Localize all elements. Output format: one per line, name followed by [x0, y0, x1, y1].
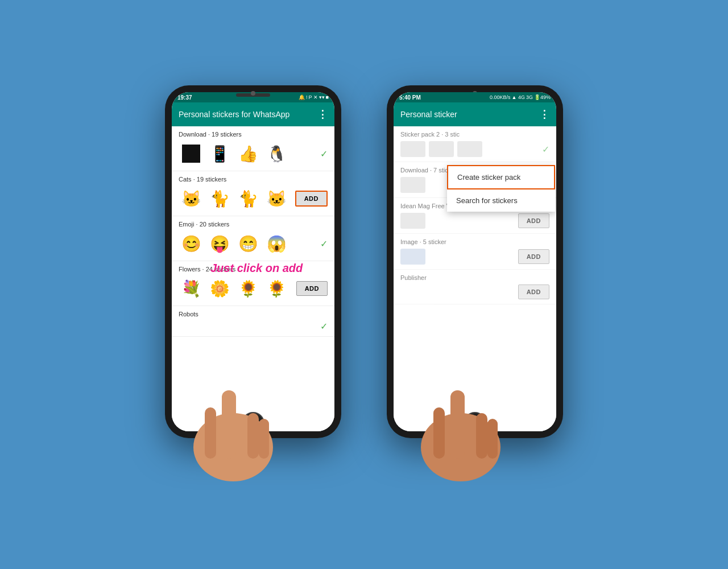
app-icon: P — [309, 94, 312, 100]
sticker-emoji4: 😱 — [264, 231, 289, 256]
blurred-sticker-image — [400, 249, 425, 265]
sticker-cat3: 🐈 — [235, 186, 260, 211]
svg-rect-2 — [205, 407, 216, 459]
right-hand — [410, 345, 512, 484]
sticker-row-robots: ✓ — [179, 321, 328, 332]
check-icon-download: ✓ — [320, 149, 328, 159]
sticker-emoji1: 😊 — [179, 231, 204, 256]
right-status-icons: 0.00KB/s ▲ 4G 3G 🔋49% — [490, 94, 551, 100]
svg-rect-3 — [247, 413, 259, 459]
dropdown-menu: Create sticker pack Search for stickers — [447, 165, 555, 212]
svg-rect-9 — [487, 419, 498, 459]
check-icon-robots: ✓ — [320, 321, 328, 332]
mute-icon: ✕ — [313, 94, 318, 100]
pack-row-cats: Cats · 19 stickers 🐱 🐈 🐈 🐱 ADD — [172, 171, 334, 216]
sticker-flower4: 🌻 — [264, 276, 289, 301]
right-time: 5:40 PM — [399, 94, 421, 101]
right-menu-icon[interactable]: ⋮ — [539, 108, 549, 121]
search-stickers-item[interactable]: Search for stickers — [447, 189, 555, 212]
battery-icon: ■ — [326, 94, 329, 100]
check-icon-sp2: ✓ — [542, 144, 549, 155]
sticker-whatsapp: 📱 — [207, 141, 232, 166]
pack-title-flowers: Flowers · 24 stickers — [179, 266, 328, 273]
sticker-emoji3: 😁 — [235, 231, 260, 256]
add-button-idean[interactable]: ADD — [518, 213, 549, 228]
sticker-row-cats: 🐱 🐈 🐈 🐱 ADD — [179, 186, 328, 211]
right-phone-wrapper: 5:40 PM 0.00KB/s ▲ 4G 3G 🔋49% Personal s… — [387, 85, 563, 438]
pack-row-download: Download · 19 stickers 📱 👍 🐧 ✓ — [172, 126, 334, 171]
blurred-sticker-dl — [400, 177, 425, 193]
pack-title-publisher: Publisher — [400, 274, 549, 281]
left-hand — [182, 345, 284, 484]
signal-4g-icon: ▲ 4G — [512, 94, 525, 100]
sticker-flower2: 🌼 — [207, 276, 232, 301]
right-app-title: Personal sticker — [400, 110, 457, 119]
pack-title-cats: Cats · 19 stickers — [179, 176, 328, 183]
left-menu-icon[interactable]: ⋮ — [317, 108, 328, 121]
blurred-sticker-1 — [400, 141, 425, 157]
right-app-bar: Personal sticker ⋮ — [394, 102, 556, 126]
blurred-sticker-3 — [457, 141, 482, 157]
svg-rect-7 — [433, 407, 445, 459]
sticker-emoji2: 😝 — [207, 231, 232, 256]
add-button-flowers[interactable]: ADD — [296, 281, 328, 296]
create-sticker-pack-item[interactable]: Create sticker pack — [447, 165, 555, 189]
sticker-black-square — [179, 141, 204, 166]
pack-title-robots: Robots — [179, 311, 328, 318]
right-status-bar: 5:40 PM 0.00KB/s ▲ 4G 3G 🔋49% — [394, 92, 556, 102]
sticker-row-download: 📱 👍 🐧 ✓ — [179, 141, 328, 166]
pack-row-emoji: Emoji · 20 stickers 😊 😝 😁 😱 ✓ — [172, 216, 334, 261]
sticker-row-image: ADD — [400, 249, 549, 265]
pack-title-emoji: Emoji · 20 stickers — [179, 221, 328, 228]
left-status-icons: 🔔 ! P ✕ ▾▾ ■ — [299, 94, 329, 100]
sticker-cat4: 🐱 — [264, 186, 289, 211]
add-button-cats[interactable]: ADD — [295, 191, 328, 207]
phone-pair: Just click on add 19:37 🔔 ! P ✕ ▾▾ — [165, 85, 563, 484]
exclaim-icon: ! — [306, 94, 308, 100]
sticker-row-idean: ADD — [400, 213, 549, 229]
pack-row-robots: Robots ✓ — [172, 306, 334, 337]
check-icon-emoji: ✓ — [320, 238, 328, 249]
pack-row-image: Image · 5 sticker ADD — [394, 234, 556, 270]
left-app-bar: Personal stickers for WhatsApp ⋮ — [172, 102, 334, 126]
signal-icon: ▾▾ — [319, 94, 325, 100]
sticker-flower3: 🌻 — [235, 276, 260, 301]
left-time: 19:37 — [177, 94, 192, 101]
pack-row-flowers: Flowers · 24 stickers 💐 🌼 🌻 🌻 ADD — [172, 261, 334, 306]
sticker-penguin: 🐧 — [264, 141, 289, 166]
blurred-sticker-2 — [429, 141, 454, 157]
svg-rect-1 — [222, 390, 236, 459]
battery-right-icon: 🔋49% — [534, 94, 551, 100]
sticker-flower1: 💐 — [179, 276, 204, 301]
pack-row-sp2: Sticker pack 2 · 3 stic ✓ — [394, 126, 556, 162]
add-button-image[interactable]: ADD — [518, 249, 549, 264]
sticker-cat2: 🐈 — [207, 186, 232, 211]
sticker-row-emoji: 😊 😝 😁 😱 ✓ — [179, 231, 328, 256]
svg-rect-6 — [450, 390, 465, 459]
notification-icon: 🔔 — [299, 94, 305, 100]
blurred-sticker-idean — [400, 213, 425, 229]
pack-row-publisher: Publisher ADD — [394, 270, 556, 304]
svg-rect-4 — [259, 419, 269, 459]
sticker-cat1: 🐱 — [179, 186, 204, 211]
sticker-row-flowers: 💐 🌼 🌻 🌻 ADD — [179, 276, 328, 301]
add-button-publisher[interactable]: ADD — [518, 284, 549, 299]
pack-title-download: Download · 19 stickers — [179, 131, 328, 138]
left-phone-wrapper: Just click on add 19:37 🔔 ! P ✕ ▾▾ — [165, 85, 341, 438]
data-speed-icon: 0.00KB/s — [490, 94, 511, 100]
sticker-row-publisher: ADD — [400, 284, 549, 299]
scene: Just click on add 19:37 🔔 ! P ✕ ▾▾ — [0, 0, 728, 569]
signal-3g-icon: 3G — [526, 94, 533, 100]
sticker-thumbsup: 👍 — [235, 141, 260, 166]
svg-rect-8 — [476, 413, 487, 459]
camera — [251, 91, 255, 96]
left-app-title: Personal stickers for WhatsApp — [179, 110, 289, 119]
pack-title-sp2: Sticker pack 2 · 3 stic — [400, 131, 549, 138]
sticker-row-sp2: ✓ — [400, 141, 549, 157]
pack-title-image: Image · 5 sticker — [400, 238, 549, 245]
